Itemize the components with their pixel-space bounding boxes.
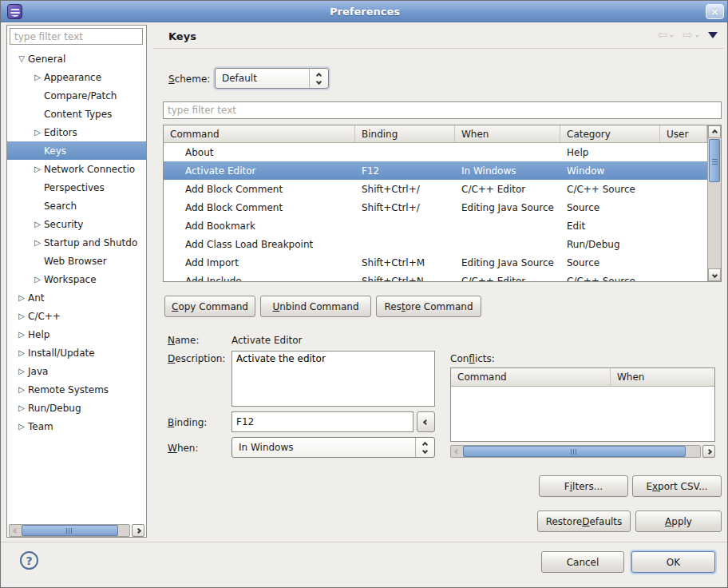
expander-collapsed-icon[interactable]: ▷ <box>15 367 28 375</box>
table-row-selected[interactable]: Activate EditorF12In WindowsWindow <box>164 161 707 180</box>
restore-command-button[interactable]: Restore Command <box>376 296 481 317</box>
sidebar-item-team[interactable]: ▷Team <box>7 417 146 435</box>
conflicts-column-command[interactable]: Command <box>451 368 611 386</box>
cancel-button[interactable]: Cancel <box>541 551 624 573</box>
unbind-command-button[interactable]: Unbind Command <box>260 296 371 317</box>
sidebar-filter-input[interactable] <box>10 28 143 45</box>
description-textarea[interactable]: Activate the editor <box>231 351 435 407</box>
sidebar-item-run-debug[interactable]: ▷Run/Debug <box>7 399 146 417</box>
sidebar-item-network-connections[interactable]: ▷Network Connectio <box>7 160 146 178</box>
expander-collapsed-icon[interactable]: ▷ <box>15 293 28 302</box>
sidebar-item-install-update[interactable]: ▷Install/Update <box>7 344 146 362</box>
column-header-when[interactable]: When <box>455 125 560 142</box>
column-header-binding[interactable]: Binding <box>355 125 455 142</box>
expander-collapsed-icon[interactable]: ▷ <box>15 348 28 357</box>
export-csv-button[interactable]: Export CSV... <box>632 475 722 497</box>
chevron-left-icon <box>423 419 429 424</box>
expander-collapsed-icon[interactable]: ▷ <box>15 422 28 431</box>
binding-label: Binding: <box>168 417 207 428</box>
column-header-category[interactable]: Category <box>560 125 660 142</box>
scroll-left-button[interactable] <box>451 446 463 457</box>
table-row[interactable]: Add Block CommentShift+Ctrl+/C/C++ Edito… <box>164 180 707 198</box>
expander-collapsed-icon[interactable]: ▷ <box>31 128 44 137</box>
column-header-user[interactable]: User <box>660 125 707 142</box>
command-filter-input[interactable] <box>163 101 722 119</box>
sidebar-item-web-browser[interactable]: Web Browser <box>7 252 146 270</box>
sidebar-item-ant[interactable]: ▷Ant <box>7 288 146 307</box>
scroll-right-button[interactable] <box>132 524 144 537</box>
ok-button[interactable]: OK <box>631 551 715 573</box>
sidebar-hscrollbar[interactable] <box>9 524 144 537</box>
copy-command-button[interactable]: Copy Command <box>164 296 255 317</box>
scroll-right-button[interactable] <box>702 445 715 458</box>
expander-collapsed-icon[interactable]: ▷ <box>31 238 44 247</box>
sidebar-item-java[interactable]: ▷Java <box>7 362 146 380</box>
sidebar-item-appearance[interactable]: ▷Appearance <box>7 68 146 86</box>
question-mark-icon: ? <box>26 554 32 567</box>
chevron-left-icon <box>454 448 460 454</box>
table-row[interactable]: Add IncludeShift+Ctrl+NC/C++ EditorC/C++… <box>164 272 707 281</box>
table-row[interactable]: AboutHelp <box>164 143 707 161</box>
sidebar-item-security[interactable]: ▷Security <box>7 215 146 233</box>
sidebar-item-editors[interactable]: ▷Editors <box>7 123 146 141</box>
sidebar-item-startup-and-shutdown[interactable]: ▷Startup and Shutdo <box>7 233 146 252</box>
sidebar-item-c-cpp[interactable]: ▷C/C++ <box>7 307 146 325</box>
eclipse-icon <box>7 4 22 19</box>
table-row[interactable]: Add ImportShift+Ctrl+MEditing Java Sourc… <box>164 253 707 272</box>
back-menu-chevron-icon[interactable] <box>671 34 674 37</box>
scroll-left-button[interactable] <box>10 525 22 536</box>
close-button[interactable]: × <box>706 4 724 19</box>
scrollbar-thumb[interactable] <box>463 446 686 457</box>
conflicts-table: Command When <box>450 368 715 442</box>
grip-icon <box>712 157 718 165</box>
help-button[interactable]: ? <box>20 551 38 570</box>
table-row[interactable]: Add Class Load BreakpointRun/Debug <box>164 235 707 253</box>
table-header: Command Binding When Category User <box>164 125 707 143</box>
sidebar-item-general[interactable]: ▽General <box>7 50 146 68</box>
sidebar-item-remote-systems[interactable]: ▷Remote Systems <box>7 380 146 399</box>
scrollbar-thumb[interactable] <box>709 139 720 182</box>
expander-collapsed-icon[interactable]: ▷ <box>15 312 28 320</box>
apply-button[interactable]: Apply <box>635 511 722 532</box>
sidebar-item-help[interactable]: ▷Help <box>7 325 146 344</box>
when-combo[interactable]: In Windows <box>231 437 435 458</box>
name-label: Name: <box>168 335 199 346</box>
expander-collapsed-icon[interactable]: ▷ <box>31 220 44 228</box>
scheme-combo[interactable]: Default <box>215 68 329 89</box>
back-arrow-icon[interactable]: ⇦ <box>658 28 668 42</box>
binding-input[interactable] <box>231 411 413 432</box>
expander-collapsed-icon[interactable]: ▷ <box>15 385 28 394</box>
eclipse-globe-icon <box>10 7 20 17</box>
conflicts-header: Command When <box>451 368 714 387</box>
expander-collapsed-icon[interactable]: ▷ <box>31 275 44 284</box>
scroll-down-button[interactable] <box>708 268 721 281</box>
table-row[interactable]: Add BookmarkEdit <box>164 217 707 235</box>
restore-defaults-button[interactable]: Restore Defaults <box>537 511 631 532</box>
view-menu-icon[interactable] <box>708 32 718 38</box>
sidebar-item-compare-patch[interactable]: Compare/Patch <box>7 86 146 105</box>
table-vscrollbar[interactable] <box>707 125 721 281</box>
conflicts-hscrollbar[interactable] <box>450 445 715 458</box>
conflicts-column-when[interactable]: When <box>611 368 714 386</box>
sidebar-item-keys[interactable]: Keys <box>7 141 146 160</box>
binding-history-button[interactable] <box>417 411 435 432</box>
expander-collapsed-icon[interactable]: ▷ <box>31 73 44 81</box>
expander-collapsed-icon[interactable]: ▷ <box>15 403 28 412</box>
scrollbar-thumb[interactable] <box>22 525 118 536</box>
combo-arrows-icon <box>309 69 328 88</box>
expander-collapsed-icon[interactable]: ▷ <box>15 330 28 339</box>
filters-button[interactable]: Filters... <box>539 475 628 497</box>
sidebar-item-content-types[interactable]: Content Types <box>7 105 146 123</box>
column-header-command[interactable]: Command <box>164 125 355 142</box>
sidebar-item-perspectives[interactable]: Perspectives <box>7 178 146 197</box>
scroll-up-button[interactable] <box>708 125 721 138</box>
expander-expanded-icon[interactable]: ▽ <box>15 54 28 63</box>
sidebar-item-search[interactable]: Search <box>7 197 146 215</box>
table-row[interactable]: Add Block CommentShift+Ctrl+/Editing Jav… <box>164 198 707 217</box>
forward-arrow-icon[interactable]: ⇨ <box>682 28 693 42</box>
sidebar-item-workspace[interactable]: ▷Workspace <box>7 270 146 288</box>
chevron-down-icon <box>711 272 717 277</box>
forward-menu-chevron-icon[interactable] <box>695 34 698 37</box>
expander-collapsed-icon[interactable]: ▷ <box>31 165 44 173</box>
grip-icon <box>571 449 578 455</box>
